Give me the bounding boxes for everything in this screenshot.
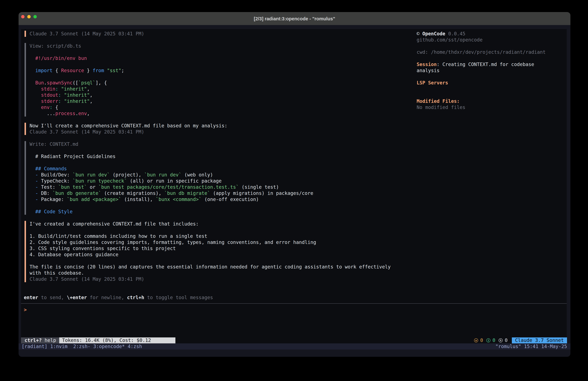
- text-span: analysis: [417, 68, 440, 73]
- model-chip[interactable]: Claude 3.7 Sonnet: [512, 337, 567, 343]
- text-span: ], {: [96, 80, 107, 86]
- text-span: -: [35, 190, 41, 196]
- chat-row: - TypeCheck: `bun run typecheck` (all) o…: [35, 178, 222, 184]
- text-span: Test:: [41, 184, 58, 190]
- text-span: OpenCode: [422, 31, 445, 37]
- text-span: I've created a comprehensive CONTEXT.md …: [30, 221, 199, 227]
- text-span: ,: [87, 111, 90, 116]
- text-span: (install),: [121, 197, 156, 202]
- text-span: DB:: [41, 190, 52, 196]
- tokens-cost-segment: Tokens: 16.4K (8%), Cost: $0.12: [59, 337, 175, 343]
- text-span: "inherit": [64, 98, 90, 104]
- text-span: (apply migrations) in packages/core: [210, 190, 313, 196]
- text-span: cwd: /home/thdxr/dev/projects/radiant/ra…: [417, 49, 546, 55]
- text-span: env: [78, 111, 87, 116]
- text-span: enter: [24, 295, 38, 300]
- text-span: Claude 3.7 Sonnet (14 May 2025 03:41 PM): [30, 129, 144, 135]
- text-span: Package:: [41, 197, 67, 202]
- text-span: {: [52, 68, 61, 73]
- text-span: "sst": [107, 68, 121, 73]
- info-circle-glyph: i: [486, 338, 490, 342]
- prompt-input[interactable]: >: [24, 307, 27, 313]
- sidebar-row: github.com/sst/opencode: [417, 37, 483, 43]
- hint-circle-glyph: h: [499, 338, 503, 342]
- help-hint-segment: ctrl+? help: [21, 337, 59, 343]
- terminal-window: [2/3] radiant:3:opencode - "romulus" Cla…: [19, 12, 570, 357]
- text-span: 0.0.45: [445, 31, 465, 37]
- text-span: or: [87, 184, 98, 190]
- titlebar[interactable]: [2/3] radiant:3:opencode - "romulus": [19, 12, 570, 25]
- text-span: :: [58, 92, 61, 98]
- chat-row: - Build/Dev: `bun run dev` (project), `b…: [35, 172, 213, 178]
- chat-row: ...process.env,: [35, 111, 90, 116]
- text-span: -: [35, 172, 41, 178]
- text-span: .: [75, 111, 78, 116]
- text-span: with this codebase.: [30, 270, 84, 276]
- text-span: `psql`: [78, 80, 96, 86]
- window-title: [2/3] radiant:3:opencode - "romulus": [19, 12, 570, 25]
- text-span: `bun run dev`: [144, 172, 182, 178]
- info-icon: i: [486, 337, 490, 343]
- chat-row: import { Resource } from "sst";: [35, 67, 124, 74]
- chat-row: Bun.spawnSync([`psql`], {: [35, 80, 107, 86]
- warning-icon: w: [474, 337, 478, 343]
- text-span: (one-off execution): [202, 197, 259, 202]
- text-span: #!/usr/bin/env bun: [35, 56, 87, 61]
- text-span: ;: [121, 68, 124, 73]
- chat-row: - Test: `bun test` or `bun test packages…: [35, 184, 279, 190]
- tmux-session-clock: "romulus" 15:41 14-May-25: [495, 343, 567, 350]
- close-button[interactable]: [21, 15, 24, 18]
- chat-row: #!/usr/bin/env bun: [35, 55, 87, 61]
- help-label: help: [42, 337, 56, 343]
- text-span: "inherit": [61, 86, 87, 92]
- text-span: github.com/sst/opencode: [417, 37, 483, 43]
- tool-accent-bar: [24, 141, 26, 215]
- chat-row: 3. CSS styling conventions specific to t…: [30, 246, 176, 251]
- text-span: stderr: [35, 98, 58, 104]
- desktop: [2/3] radiant:3:opencode - "romulus" Cla…: [0, 0, 588, 381]
- sidebar-row: © OpenCode 0.0.45: [417, 31, 465, 37]
- text-span: (single test): [239, 184, 279, 190]
- text-span: :: [55, 86, 58, 92]
- text-span: -: [35, 178, 41, 184]
- model-name: Claude 3.7 Sonnet: [515, 337, 564, 343]
- tmux-statusbar: [radiant] 1:nvim 2:zsh- 3:opencode* 4:zs…: [19, 343, 570, 350]
- chat-row: Write: CONTEXT.md: [30, 141, 78, 147]
- text-span: spawnSync: [47, 80, 73, 86]
- terminal-screen[interactable]: Claude 3.7 Sonnet (14 May 2025 03:41 PM)…: [21, 29, 567, 343]
- sidebar-row: Modified Files:: [417, 98, 460, 104]
- zoom-button[interactable]: [33, 15, 37, 18]
- statusbar: ctrl+? help Tokens: 16.4K (8%), Cost: $0…: [21, 337, 567, 343]
- chat-row: 4. Database operations guidance: [30, 251, 118, 258]
- text-span: [61, 98, 64, 104]
- text-span: to toggle tool messages: [144, 295, 213, 300]
- text-span: ...: [35, 111, 55, 116]
- chat-row: # Radiant Project Guidelines: [35, 153, 116, 159]
- text-span: 2. Code style guidelines covering import…: [30, 240, 316, 245]
- message-accent-bar: [24, 123, 26, 135]
- chat-row: Now I'll create a comprehensive CONTEXT.…: [30, 123, 227, 129]
- text-span: 4. Database operations guidance: [30, 252, 118, 257]
- text-span: The file is concise (20 lines) and captu…: [30, 264, 391, 269]
- chat-row: - DB: `bun db generate` (create migratio…: [35, 190, 313, 196]
- text-span: # Radiant Project Guidelines: [35, 154, 116, 159]
- minimize-button[interactable]: [27, 15, 31, 18]
- text-span: from: [93, 68, 104, 73]
- chat-row: stdin: "inherit",: [35, 86, 90, 92]
- text-span: Bun: [35, 80, 44, 86]
- chat-row: Claude 3.7 Sonnet (14 May 2025 03:41 PM): [30, 276, 144, 282]
- text-span: Claude 3.7 Sonnet (14 May 2025 03:41 PM): [30, 276, 144, 282]
- text-span: `bunx <command>`: [156, 197, 202, 202]
- text-span: (all) or run in specific package: [127, 178, 222, 184]
- message-accent-bar: [24, 31, 26, 37]
- text-span: Modified Files:: [417, 98, 460, 104]
- chat-row: 2. Code style guidelines covering import…: [30, 239, 316, 246]
- text-span: 1. Build/lint/test commands including ho…: [30, 233, 207, 239]
- text-span: import: [35, 68, 53, 73]
- chat-row: env: {: [35, 104, 58, 111]
- text-span: {: [52, 105, 58, 110]
- tokens-cost-text: Tokens: 16.4K (8%), Cost: $0.12: [62, 337, 151, 343]
- text-span: Write: CONTEXT.md: [30, 141, 78, 147]
- text-span: -: [35, 184, 41, 190]
- tmux-windows[interactable]: [radiant] 1:nvim 2:zsh- 3:opencode* 4:zs…: [22, 343, 142, 350]
